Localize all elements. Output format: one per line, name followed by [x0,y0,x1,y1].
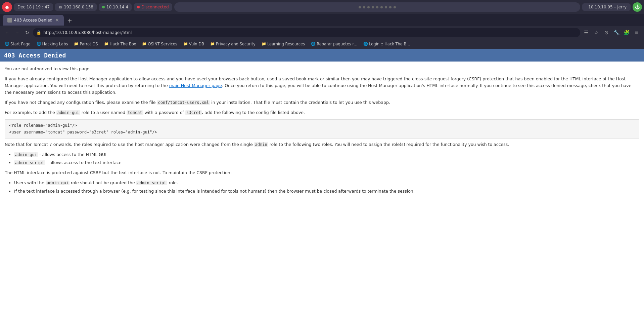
new-tab-button[interactable]: + [65,17,74,24]
role-admin-gui: admin-gui - allows access to the HTML GU… [14,151,639,158]
example-paragraph: For example, to add the admin-gui role t… [5,109,639,116]
url-text: http://10.10.10.95:8080/host-manager/htm… [43,30,132,35]
active-tab[interactable]: 403 Access Denied ✕ [3,15,64,26]
tab-close-button[interactable]: ✕ [55,17,59,23]
config-file-paragraph: If you have not changed any configuratio… [5,99,639,106]
bookmark-login-htb[interactable]: 🌐 Login :: Hack The B... [361,41,413,47]
globe-icon: 🌐 [5,42,9,46]
globe-icon-3: 🌐 [311,42,316,46]
bookmark-parrot-os[interactable]: 📁 Parrot OS [71,41,100,47]
taskbar: e Dec 18 | 19 : 47 🖥 192.168.0.158 10.10… [0,0,644,14]
csrf-paragraph: If you have already configured the Host … [5,76,639,96]
roles-list: admin-gui - allows access to the HTML GU… [14,151,639,166]
page-title: 403 Access Denied [4,52,640,59]
admin-gui-inline-code-3: admin-gui [46,181,70,185]
tab-bar: 403 Access Denied ✕ + [0,14,644,26]
role-admin-script: admin-script - allows access to the text… [14,159,639,166]
tomcat-inline-code: tomcat [127,110,143,115]
code-line-1: <role rolename="admin-gui"/> [9,122,635,129]
back-button[interactable]: ← [3,28,11,37]
target-display[interactable]: 10.10.10.95 – Jerry [582,3,631,11]
config-file-inline-code: conf/tomcat-users.xml [157,100,210,105]
csrf-list: Users with the admin-gui role should not… [14,180,639,194]
bookmark-reparar[interactable]: 🌐 Reparar paquetes r... [308,41,360,47]
admin-script-inline-code-1: admin-script [14,160,45,165]
devtools-button[interactable]: 🔧 [612,28,621,37]
datetime-display: Dec 18 | 19 : 47 [14,3,53,11]
bookmark-start-page[interactable]: 🌐 Start Page [2,41,33,47]
s3cret-inline-code: s3cret [185,110,202,115]
folder-icon-3: 📁 [142,42,147,46]
admin-inline-code: admin [254,142,268,147]
bookmark-learning[interactable]: 📁 Learning Resources [259,41,308,47]
folder-icon-1: 📁 [74,42,79,46]
forward-button[interactable]: → [13,28,21,37]
logo-button[interactable]: e [2,2,12,12]
globe-icon-4: 🌐 [363,42,368,46]
security-icon: 🔒 [36,30,41,35]
taskbar-dots-area [174,2,581,12]
page-body: You are not authorized to view this page… [0,62,644,202]
local-ip-display[interactable]: 🖥 192.168.0.158 [55,3,97,11]
nav-bar: ← → ↻ 🔒 http://10.10.10.95:8080/host-man… [0,26,644,39]
folder-icon-6: 📁 [262,42,266,46]
folder-icon-4: 📁 [183,42,188,46]
vpn-ip-display[interactable]: 10.10.14.4 [99,3,132,11]
bookmark-hack-the-box[interactable]: 📁 Hack The Box [101,41,139,47]
code-line-2: <user username="tomcat" password="s3cret… [9,129,635,135]
bookmark-vuln-db[interactable]: 📁 Vuln DB [181,41,207,47]
bookmark-osint[interactable]: 📁 OSINT Services [139,41,180,47]
folder-icon-2: 📁 [104,42,109,46]
browser-window: 403 Access Denied ✕ + ← → ↻ 🔒 http://10.… [0,14,644,312]
power-button[interactable]: ⏻ [633,2,642,12]
tab-title: 403 Access Denied [14,18,52,23]
page-title-bar: 403 Access Denied [0,49,644,62]
star-button[interactable]: ☆ [592,28,601,37]
bookmark-privacy-security[interactable]: 📁 Privacy and Security [208,41,258,47]
main-host-manager-link[interactable]: main Host Manager page [169,83,222,88]
menu-button[interactable]: ≡ [632,28,641,37]
bookmark-page-button[interactable]: ☰ [582,28,591,37]
tab-favicon [7,18,12,23]
csrf-bullet-1: Users with the admin-gui role should not… [14,180,639,186]
nav-actions: ☰ ☆ ⊙ 🔧 🧩 ≡ [582,28,641,37]
admin-gui-inline-code-2: admin-gui [14,152,38,157]
globe-icon-2: 🌐 [37,42,41,46]
reload-button[interactable]: ↻ [23,28,32,37]
page-content: 403 Access Denied You are not authorized… [0,49,644,312]
bookmark-hacking-labs[interactable]: 🌐 Hacking Labs [34,41,71,47]
vpn-status-display[interactable]: Disconnected [134,3,172,11]
admin-gui-inline-code-1: admin-gui [56,110,80,115]
bookmarks-bar: 🌐 Start Page 🌐 Hacking Labs 📁 Parrot OS … [0,39,644,49]
folder-icon-5: 📁 [210,42,215,46]
admin-script-inline-code-2: admin-script [136,181,168,185]
tomcat7-paragraph: Note that for Tomcat 7 onwards, the role… [5,141,639,148]
unauthorized-paragraph: You are not authorized to view this page… [5,66,639,72]
code-block: <role rolename="admin-gui"/> <user usern… [5,119,639,138]
reader-mode-button[interactable]: ⊙ [602,28,611,37]
extensions-button[interactable]: 🧩 [622,28,631,37]
csrf-bullet-2: If the text interface is accessed throug… [14,188,639,195]
address-bar[interactable]: 🔒 http://10.10.10.95:8080/host-manager/h… [33,28,580,37]
csrf-protection-paragraph: The HTML interface is protected against … [5,169,639,176]
